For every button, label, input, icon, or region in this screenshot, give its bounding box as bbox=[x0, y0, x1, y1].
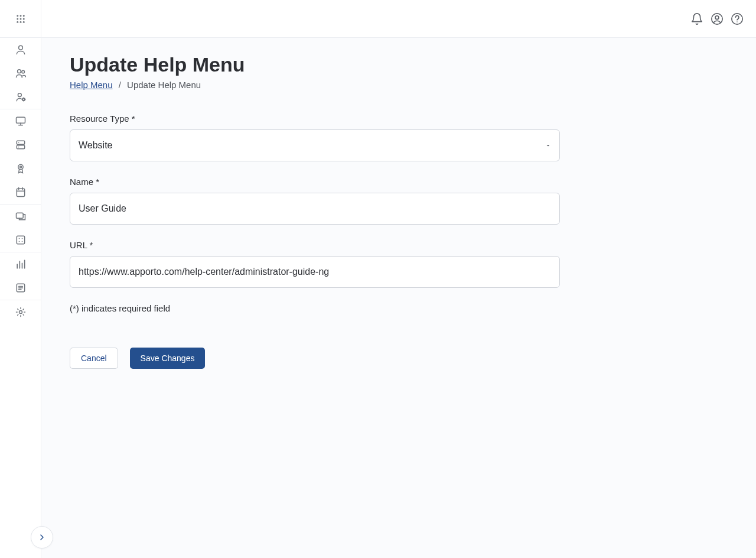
top-bar bbox=[0, 0, 756, 38]
sidebar-item-reports[interactable] bbox=[0, 252, 41, 276]
account-button[interactable] bbox=[710, 12, 724, 26]
save-button[interactable]: Save Changes bbox=[130, 348, 206, 369]
name-input[interactable] bbox=[70, 193, 560, 225]
svg-point-0 bbox=[17, 15, 18, 17]
svg-point-7 bbox=[19, 21, 21, 22]
svg-point-24 bbox=[19, 166, 21, 168]
svg-point-11 bbox=[732, 13, 742, 24]
url-input[interactable] bbox=[70, 256, 560, 288]
sidebar-item-user-settings[interactable] bbox=[0, 85, 41, 109]
svg-point-29 bbox=[21, 238, 22, 239]
sidebar-item-logs[interactable] bbox=[0, 276, 41, 300]
svg-rect-18 bbox=[16, 117, 25, 123]
link-box-icon bbox=[15, 210, 27, 222]
calendar-icon bbox=[15, 186, 27, 198]
svg-point-6 bbox=[17, 21, 18, 22]
award-icon bbox=[15, 163, 27, 174]
top-apps-button[interactable] bbox=[0, 0, 41, 37]
svg-rect-27 bbox=[17, 236, 24, 244]
svg-point-28 bbox=[18, 238, 19, 239]
svg-point-30 bbox=[18, 241, 19, 242]
svg-point-31 bbox=[21, 241, 22, 242]
users-group-icon bbox=[15, 67, 27, 79]
svg-point-12 bbox=[737, 21, 737, 22]
breadcrumb-separator: / bbox=[119, 80, 121, 90]
sidebar-item-schedule[interactable] bbox=[0, 180, 41, 204]
sidebar-item-connections[interactable] bbox=[0, 205, 41, 228]
breadcrumb-parent-link[interactable]: Help Menu bbox=[70, 80, 113, 90]
svg-point-33 bbox=[19, 311, 22, 314]
user-gear-icon bbox=[15, 91, 27, 103]
bar-chart-icon bbox=[15, 258, 27, 270]
gear-icon bbox=[15, 306, 27, 318]
breadcrumb-current: Update Help Menu bbox=[127, 80, 201, 90]
apps-grid-icon bbox=[15, 14, 26, 24]
main-content: Update Help Menu Help Menu / Update Help… bbox=[41, 38, 756, 558]
sidebar-item-servers[interactable] bbox=[0, 133, 41, 157]
required-note: (*) indicates required field bbox=[70, 303, 560, 313]
breadcrumb: Help Menu / Update Help Menu bbox=[70, 80, 728, 90]
svg-point-2 bbox=[22, 15, 24, 17]
bell-icon bbox=[690, 12, 703, 25]
svg-point-16 bbox=[18, 93, 21, 97]
svg-point-13 bbox=[18, 46, 22, 50]
page-title: Update Help Menu bbox=[70, 53, 728, 76]
sidebar-expand-button[interactable] bbox=[31, 526, 53, 549]
monitor-icon bbox=[15, 115, 27, 127]
chevron-right-icon bbox=[37, 533, 47, 542]
svg-point-15 bbox=[21, 70, 24, 73]
svg-point-21 bbox=[18, 142, 19, 144]
svg-rect-26 bbox=[16, 213, 23, 218]
name-label: Name * bbox=[70, 177, 560, 187]
resource-type-value: Website bbox=[79, 140, 113, 151]
sidebar-item-user[interactable] bbox=[0, 38, 41, 61]
sidebar bbox=[0, 38, 41, 558]
grid-four-icon bbox=[15, 234, 27, 246]
svg-point-23 bbox=[18, 164, 22, 169]
svg-point-8 bbox=[22, 21, 24, 22]
user-circle-icon bbox=[711, 12, 724, 25]
notifications-button[interactable] bbox=[690, 12, 704, 26]
sidebar-item-licenses[interactable] bbox=[0, 157, 41, 180]
sidebar-item-desktop[interactable] bbox=[0, 109, 41, 133]
url-label: URL * bbox=[70, 240, 560, 250]
svg-point-3 bbox=[17, 18, 18, 20]
svg-rect-25 bbox=[17, 189, 24, 196]
svg-point-14 bbox=[17, 70, 21, 73]
sidebar-item-settings[interactable] bbox=[0, 300, 41, 324]
cancel-button[interactable]: Cancel bbox=[70, 348, 118, 369]
svg-point-5 bbox=[22, 18, 24, 20]
resource-type-select[interactable]: Website bbox=[70, 129, 560, 161]
help-circle-icon bbox=[731, 12, 744, 25]
user-icon bbox=[15, 44, 27, 56]
sidebar-item-grid[interactable] bbox=[0, 228, 41, 252]
resource-type-label: Resource Type * bbox=[70, 113, 560, 124]
sidebar-item-groups[interactable] bbox=[0, 61, 41, 85]
server-icon bbox=[15, 139, 27, 151]
svg-point-4 bbox=[19, 18, 21, 20]
svg-point-22 bbox=[18, 147, 19, 148]
svg-point-1 bbox=[19, 15, 21, 17]
svg-point-10 bbox=[715, 15, 719, 19]
svg-rect-19 bbox=[17, 141, 24, 144]
list-box-icon bbox=[15, 282, 27, 294]
help-button[interactable] bbox=[730, 12, 744, 26]
svg-rect-20 bbox=[17, 145, 24, 149]
